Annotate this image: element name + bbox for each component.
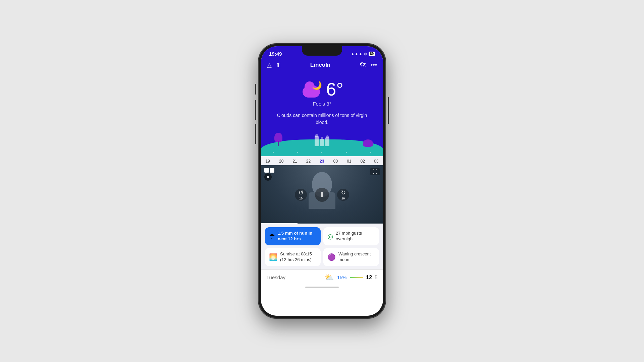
map-icon[interactable]: 🗺 [360,62,366,69]
top-nav: △ ⬆ Lincoln 🗺 ••• [261,59,383,72]
power-button[interactable] [388,97,389,124]
feels-like: Feels 3° [268,101,376,107]
volume-up-button[interactable] [255,100,256,120]
signal-icon: ▲▲▲ [351,52,363,56]
sunrise-text: Sunrise at 08:15 (12 hrs 26 mins) [280,251,317,263]
video-progress-bar[interactable] [261,223,383,224]
dots-decoration [261,152,383,153]
hour-00[interactable]: 00 [329,159,342,164]
forward-label: 10 [341,197,345,200]
rewind-button[interactable]: ↺ 10 [295,189,307,201]
hour-timeline[interactable]: 19 20 21 22 23 00 01 02 03 [261,156,383,165]
info-cards: ☂ 1.5 mm of rain in next 12 hrs ◎ 27 mph… [261,224,383,269]
temp-high: 12 [366,275,372,281]
hour-19[interactable]: 19 [261,159,274,164]
hour-23[interactable]: 23 [315,159,329,164]
pause-button[interactable]: ⏸ [315,188,329,202]
forecast-temps: 12 5 [350,275,378,281]
moon-phase-icon: 🟣 [327,253,336,261]
hour-01[interactable]: 01 [342,159,356,164]
bush-right-icon [363,139,373,147]
moon-text: Waning crescent moon [338,251,375,263]
forecast-chance: 15% [337,275,346,280]
forward-button[interactable]: ↻ 10 [337,189,349,201]
weather-illustration [261,126,383,156]
video-controls: ↺ 10 ⏸ ↻ 10 [295,188,349,202]
rain-icon: ☂ [269,232,275,240]
weather-main: 🌙 6° Feels 3° Clouds can contain million… [261,72,383,126]
sunrise-icon: 🌅 [269,253,277,261]
factory-icon [315,136,329,146]
tree-left-icon [274,133,282,146]
wifi-icon: ⊛ [364,52,367,56]
city-title: Lincoln [310,62,330,68]
wind-text: 27 mph gusts overnight [336,231,375,242]
temperature-display: 6° [326,79,343,100]
status-bar: 19:49 ▲▲▲ ⊛ 89 [261,46,383,59]
alert-icon[interactable]: △ [267,61,272,69]
hour-20[interactable]: 20 [274,159,288,164]
weather-description: Clouds can contain millions of tons of v… [268,112,376,126]
rain-text: 1.5 mm of rain in next 12 hrs [278,231,317,242]
hour-02[interactable]: 02 [356,159,369,164]
share-icon[interactable]: ⬆ [276,61,281,69]
mute-button[interactable] [255,84,256,95]
video-expand-button[interactable]: ⛶ [370,168,380,175]
video-progress-fill [261,223,298,224]
home-bar[interactable] [305,287,339,288]
forecast-day: Tuesday [266,275,321,280]
hour-22[interactable]: 22 [302,159,315,164]
video-player[interactable]: ✕ ⛶ ↺ 10 ⏸ ↻ 10 [261,165,383,224]
weather-icon-temp: 🌙 6° [268,79,376,100]
home-indicator [261,284,383,291]
hour-03[interactable]: 03 [370,159,383,164]
bbc-logo [264,168,274,173]
bottom-forecast: Tuesday ⛅ 15% 12 5 [261,269,383,284]
temp-low: 5 [375,275,378,281]
moon-card[interactable]: 🟣 Waning crescent moon [323,248,379,266]
video-close-button[interactable]: ✕ [264,173,272,181]
volume-down-button[interactable] [255,124,256,144]
cloud-night-icon: 🌙 [301,81,322,98]
forecast-icon: ⛅ [325,273,334,282]
hour-21[interactable]: 21 [288,159,302,164]
status-icons: ▲▲▲ ⊛ 89 [351,52,375,56]
sunrise-card[interactable]: 🌅 Sunrise at 08:15 (12 hrs 26 mins) [265,248,321,266]
nav-right-icons: 🗺 ••• [360,62,377,69]
rewind-label: 10 [299,197,303,200]
more-icon[interactable]: ••• [371,62,377,69]
temp-bar [350,277,363,278]
wind-card[interactable]: ◎ 27 mph gusts overnight [323,227,379,245]
video-top-bar: ✕ ⛶ [261,165,383,183]
wind-icon: ◎ [327,232,333,240]
battery-indicator: 89 [369,52,375,56]
rain-card[interactable]: ☂ 1.5 mm of rain in next 12 hrs [265,227,321,245]
notch [302,46,342,56]
phone-screen: 19:49 ▲▲▲ ⊛ 89 △ ⬆ Lincoln 🗺 ••• [261,46,383,316]
status-time: 19:49 [269,51,282,57]
phone-frame: 19:49 ▲▲▲ ⊛ 89 △ ⬆ Lincoln 🗺 ••• [258,44,386,318]
